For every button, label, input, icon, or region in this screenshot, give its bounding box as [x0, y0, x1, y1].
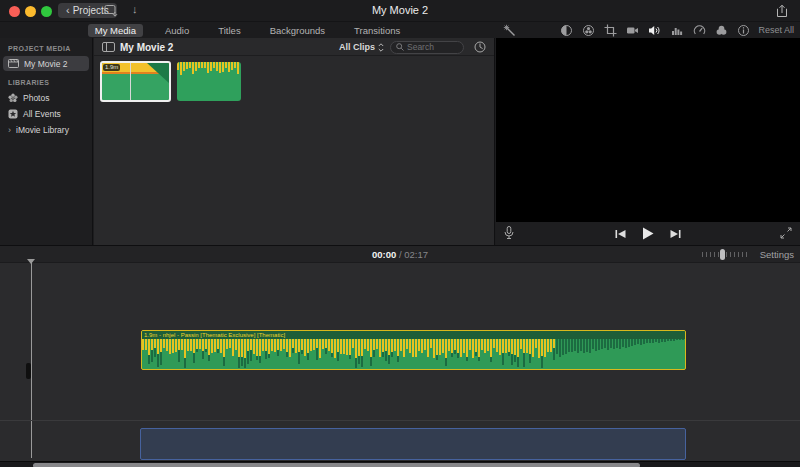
timeline-audio-clip[interactable]: 1.9m - nhjel - Passin [Thematic Exclusiv…	[141, 330, 686, 370]
timeline-settings-button[interactable]: Settings	[760, 249, 794, 260]
all-clips-dropdown[interactable]: All Clips	[339, 42, 384, 52]
sidebar-item-label: All Events	[23, 109, 61, 119]
secondary-toolbar: My Media Audio Titles Backgrounds Transi…	[0, 22, 800, 38]
media-browser: My Movie 2 All Clips	[94, 38, 495, 245]
volume-icon[interactable]	[648, 24, 662, 37]
tab-my-media[interactable]: My Media	[88, 24, 143, 37]
noise-reduction-icon[interactable]	[671, 24, 684, 37]
viewer-pane	[496, 38, 800, 245]
media-tabs: My Media Audio Titles Backgrounds Transi…	[0, 22, 495, 38]
sidebar-item-label: Photos	[23, 93, 49, 103]
viewer-controls	[496, 222, 800, 245]
color-correction-icon[interactable]	[582, 24, 595, 37]
window-title: My Movie 2	[0, 4, 800, 16]
timeline-lane-divider	[0, 420, 800, 421]
sidebar-item-all-events[interactable]: All Events	[3, 106, 89, 121]
sidebar-section-libraries: LIBRARIES	[0, 72, 92, 89]
clip-appearance-icon[interactable]	[474, 41, 486, 53]
browser-title: My Movie 2	[120, 42, 173, 53]
sidebar: PROJECT MEDIA My Movie 2 LIBRARIES	[0, 38, 93, 245]
speed-icon[interactable]	[693, 24, 706, 37]
search-box[interactable]	[390, 41, 464, 54]
imovie-window: ‹ Projects ↓ My Movie 2 My Media Audio T…	[0, 0, 800, 467]
tab-backgrounds[interactable]: Backgrounds	[263, 24, 332, 37]
browser-header: My Movie 2 All Clips	[94, 38, 494, 56]
titlebar: ‹ Projects ↓ My Movie 2	[0, 0, 800, 22]
sidebar-item-photos[interactable]: Photos	[3, 90, 89, 105]
content-region: PROJECT MEDIA My Movie 2 LIBRARIES	[0, 38, 800, 245]
zoom-slider-thumb[interactable]	[720, 249, 725, 260]
clapperboard-icon	[8, 59, 19, 68]
clip-duration-badge: 1.9m	[103, 64, 120, 71]
disclosure-chevron-icon[interactable]: ›	[8, 125, 11, 135]
playhead-line[interactable]	[31, 260, 32, 458]
horizontal-scrollbar-thumb[interactable]	[33, 463, 640, 467]
total-time: / 02:17	[399, 249, 428, 260]
share-icon[interactable]	[776, 4, 788, 18]
media-clip-audio-2[interactable]	[177, 62, 241, 101]
horizontal-scrollbar[interactable]	[0, 461, 800, 467]
sidebar-section-project-media: PROJECT MEDIA	[0, 38, 92, 55]
crop-icon[interactable]	[604, 24, 617, 37]
transport-controls	[496, 222, 800, 245]
skip-back-button[interactable]	[615, 229, 626, 239]
timeline-header: 00:00 / 02:17 Settings	[0, 246, 800, 263]
enhance-wand-icon[interactable]	[503, 24, 516, 37]
skimmer-playhead	[130, 63, 131, 100]
skip-forward-button[interactable]	[670, 229, 681, 239]
viewer-screen[interactable]	[496, 38, 800, 222]
timeline: 00:00 / 02:17 Settings 1.9m - nhjel - Pa…	[0, 245, 800, 467]
sidebar-toggle-icon[interactable]	[102, 42, 115, 52]
search-icon	[396, 43, 404, 51]
info-icon[interactable]	[737, 24, 750, 37]
all-clips-label: All Clips	[339, 42, 375, 52]
updown-chevrons-icon	[378, 43, 384, 52]
playhead-handle[interactable]	[26, 363, 31, 379]
total-duration: 02:17	[404, 249, 428, 260]
time-display: 00:00 / 02:17	[0, 249, 800, 260]
clip-waveform	[177, 62, 241, 101]
viewer-adjust-toolbar: Reset All	[495, 22, 800, 38]
timeline-drop-placeholder[interactable]	[140, 428, 686, 460]
tab-titles[interactable]: Titles	[211, 24, 247, 37]
photos-flower-icon	[8, 93, 18, 103]
media-clip-audio-1[interactable]: 1.9m	[100, 61, 171, 102]
play-button[interactable]	[642, 227, 654, 240]
reset-all-button[interactable]: Reset All	[758, 25, 794, 35]
stabilization-icon[interactable]	[626, 24, 639, 37]
timeline-zoom-slider[interactable]	[702, 251, 754, 258]
clip-filter-icon[interactable]	[715, 24, 728, 37]
current-time: 00:00	[372, 249, 396, 260]
sidebar-item-imovie-library[interactable]: › iMovie Library	[3, 122, 89, 137]
search-input[interactable]	[407, 42, 458, 52]
timeline-clip-waveform	[142, 339, 685, 368]
tab-audio[interactable]: Audio	[158, 24, 196, 37]
sidebar-item-label: My Movie 2	[24, 59, 67, 69]
sidebar-item-label: iMovie Library	[16, 125, 69, 135]
fullscreen-icon[interactable]	[780, 227, 792, 239]
tab-transitions[interactable]: Transitions	[347, 24, 407, 37]
time-separator: /	[399, 249, 402, 260]
sidebar-item-my-movie-2[interactable]: My Movie 2	[3, 56, 89, 71]
star-icon	[8, 109, 18, 119]
timeline-clip-title: 1.9m - nhjel - Passin [Thematic Exclusiv…	[142, 331, 685, 339]
color-balance-icon[interactable]	[560, 24, 573, 37]
